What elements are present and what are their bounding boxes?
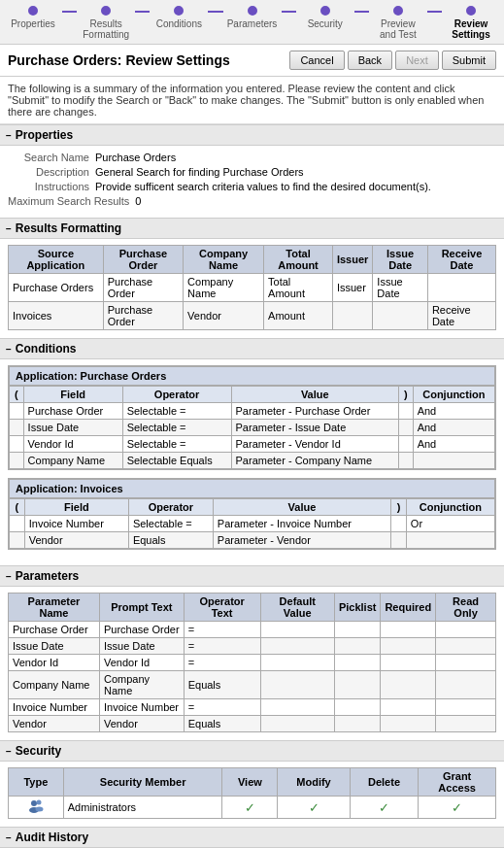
col-issuer: Issuer (332, 246, 372, 274)
col-type: Type (9, 768, 64, 797)
cell (260, 699, 334, 716)
cancel-button[interactable]: Cancel (289, 51, 344, 70)
cell (10, 420, 24, 436)
table-row: Issue Date Issue Date = (9, 638, 496, 655)
cell: Purchase Order (23, 403, 122, 420)
cell (334, 699, 381, 716)
parameters-table: Parameter Name Prompt Text Operator Text… (8, 593, 496, 732)
audit-collapse-icon[interactable]: − (6, 832, 12, 843)
cell (373, 302, 428, 330)
conditions-header-label: Conditions (16, 342, 77, 356)
instructions-label: Instructions (8, 181, 95, 192)
next-button[interactable]: Next (395, 51, 439, 70)
parameters-collapse-icon[interactable]: − (6, 571, 12, 582)
wizard-step-security[interactable]: Security (296, 6, 354, 33)
step-label-conditions: Conditions (156, 18, 202, 29)
cell: And (413, 420, 494, 436)
conditions-inv-table: ( Field Operator Value ) Conjunction Inv… (9, 498, 495, 549)
wizard-step-preview[interactable]: Previewand Test (369, 6, 427, 44)
params-header-row: Parameter Name Prompt Text Operator Text… (9, 594, 496, 622)
cell: Issuer (332, 274, 372, 302)
cell (381, 638, 436, 655)
wizard-step-parameters[interactable]: Parameters (223, 6, 282, 33)
table-row: Company Name Company Name Equals (9, 671, 496, 699)
cell: Issue Date (373, 274, 428, 302)
cell (391, 516, 407, 532)
cell (406, 532, 494, 549)
cell (413, 453, 494, 469)
cell (10, 532, 25, 549)
grant-check: ✓ (452, 800, 462, 815)
conditions-po-table: ( Field Operator Value ) Conjunction Pur… (9, 386, 495, 469)
wizard-step-review[interactable]: ReviewSettings (442, 6, 500, 44)
cell (436, 655, 496, 671)
conditions-header-row: ( Field Operator Value ) Conjunction (10, 387, 495, 403)
description-label: Description (8, 166, 95, 178)
table-row: Vendor Id Vendor Id = (9, 655, 496, 671)
col-field: Field (23, 387, 122, 403)
results-formatting-section: − Results Formatting Source Application … (0, 218, 504, 336)
audit-history-section-header: − Audit History (0, 827, 504, 848)
conditions-group-po: Application: Purchase Orders ( Field Ope… (8, 365, 496, 470)
wizard-step-properties[interactable]: Properties (4, 6, 62, 33)
wizard-step-conditions[interactable]: Conditions (150, 6, 208, 33)
cell: Parameter - Company Name (231, 453, 398, 469)
col-operator: Operator (128, 499, 213, 516)
step-label-security: Security (308, 18, 343, 29)
col-value: Value (213, 499, 390, 516)
wizard-nav: Properties ResultsFormatting Conditions … (0, 0, 504, 45)
results-header-label: Results Formatting (16, 221, 121, 235)
cell: Invoice Number (100, 699, 185, 716)
properties-collapse-icon[interactable]: − (6, 130, 12, 141)
table-row: Issue Date Selectable = Parameter - Issu… (10, 420, 495, 436)
instructions-value: Provide sufficent search criteria values… (95, 181, 496, 192)
security-collapse-icon[interactable]: − (6, 746, 12, 757)
table-row: Purchase Orders Purchase Order Company N… (9, 274, 496, 302)
cell (436, 716, 496, 732)
parameters-section: − Parameters Parameter Name Prompt Text … (0, 565, 504, 738)
cell: Parameter - Invoice Number (213, 516, 390, 532)
col-view: View (222, 768, 278, 797)
cell: Selectable Equals (122, 453, 231, 469)
cell: Parameter - Issue Date (231, 420, 398, 436)
max-search-row: Maximum Search Results 0 (8, 195, 496, 207)
col-open-paren: ( (10, 499, 25, 516)
cell: Invoice Number (24, 516, 128, 532)
col-conjunction: Conjunction (406, 499, 494, 516)
delete-check: ✓ (379, 800, 389, 815)
cell (399, 403, 414, 420)
step-connector-4 (282, 11, 296, 13)
cell: = (184, 622, 260, 638)
step-dot-properties (28, 6, 38, 16)
wizard-step-results-formatting[interactable]: ResultsFormatting (77, 6, 135, 44)
cell (334, 638, 381, 655)
description-row: Description General Search for finding P… (8, 166, 496, 178)
submit-button[interactable]: Submit (442, 51, 496, 70)
conditions-collapse-icon[interactable]: − (6, 344, 12, 355)
cell (399, 420, 414, 436)
security-table: Type Security Member View Modify Delete … (8, 767, 496, 819)
cell: Parameter - Vendor (213, 532, 390, 549)
search-name-label: Search Name (8, 152, 95, 163)
cell (381, 671, 436, 699)
cell: = (184, 699, 260, 716)
cell: Invoices (9, 302, 104, 330)
table-row: Administrators ✓ ✓ ✓ ✓ (9, 797, 496, 819)
table-row: Company Name Selectable Equals Parameter… (10, 453, 495, 469)
cell: Company Name (23, 453, 122, 469)
cell: Selectable = (122, 420, 231, 436)
step-dot-conditions (174, 6, 184, 16)
col-issue-date: Issue Date (373, 246, 428, 274)
back-button[interactable]: Back (348, 51, 392, 70)
cell: Purchase Order (100, 622, 185, 638)
table-row: Vendor Equals Parameter - Vendor (10, 532, 495, 549)
search-name-value: Purchase Orders (95, 152, 496, 163)
cell (10, 436, 24, 453)
results-collapse-icon[interactable]: − (6, 223, 12, 234)
cell (10, 403, 24, 420)
cell: Parameter - Vendor Id (231, 436, 398, 453)
cell (399, 453, 414, 469)
svg-point-0 (31, 800, 37, 806)
step-label-preview: Previewand Test (380, 18, 417, 40)
cell (436, 699, 496, 716)
